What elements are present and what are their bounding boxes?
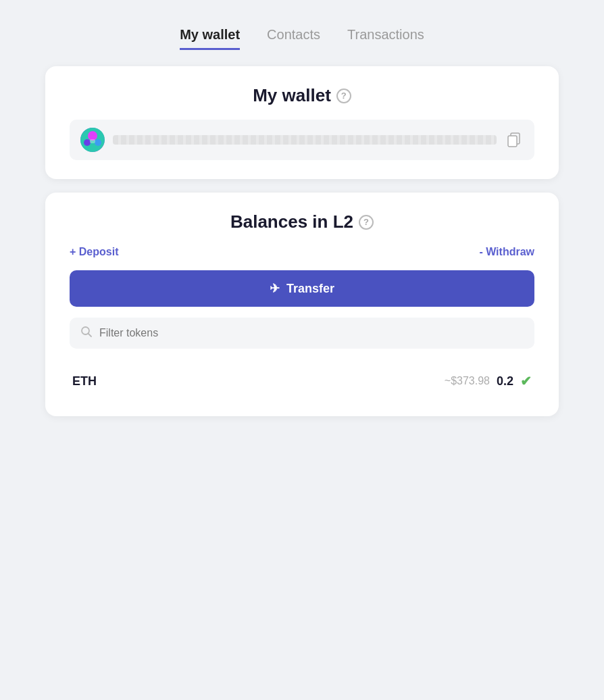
balances-help-icon[interactable]: ? bbox=[359, 215, 374, 230]
svg-line-8 bbox=[89, 334, 92, 337]
balances-title: Balances in L2 ? bbox=[70, 211, 534, 232]
svg-point-3 bbox=[95, 139, 101, 146]
tab-contacts[interactable]: Contacts bbox=[267, 27, 320, 50]
avatar bbox=[80, 128, 105, 152]
copy-icon[interactable] bbox=[505, 130, 524, 149]
tab-bar: My wallet Contacts Transactions bbox=[173, 27, 431, 50]
table-row: ETH ~$373.98 0.2 ✔ bbox=[70, 365, 534, 397]
svg-point-2 bbox=[84, 139, 91, 146]
filter-tokens-input[interactable] bbox=[99, 327, 524, 339]
my-wallet-card: My wallet ? bbox=[45, 66, 559, 179]
my-wallet-title-text: My wallet bbox=[253, 85, 331, 106]
token-usd-value: ~$373.98 bbox=[445, 375, 490, 387]
token-list: ETH ~$373.98 0.2 ✔ bbox=[70, 365, 534, 397]
balances-card: Balances in L2 ? + Deposit - Withdraw ✈ … bbox=[45, 193, 559, 416]
actions-row: + Deposit - Withdraw bbox=[70, 246, 534, 258]
token-amount: 0.2 bbox=[497, 374, 513, 389]
tab-transactions[interactable]: Transactions bbox=[347, 27, 424, 50]
svg-point-1 bbox=[88, 131, 97, 141]
my-wallet-title: My wallet ? bbox=[70, 85, 534, 106]
token-right: ~$373.98 0.2 ✔ bbox=[445, 373, 532, 389]
token-name: ETH bbox=[72, 374, 97, 389]
wallet-address-blurred bbox=[113, 135, 497, 145]
my-wallet-help-icon[interactable]: ? bbox=[336, 89, 351, 103]
send-icon: ✈ bbox=[270, 281, 280, 296]
transfer-button-label: Transfer bbox=[286, 282, 334, 296]
svg-rect-4 bbox=[90, 139, 95, 143]
balances-title-text: Balances in L2 bbox=[230, 211, 353, 232]
withdraw-link[interactable]: - Withdraw bbox=[479, 246, 534, 258]
svg-rect-6 bbox=[508, 136, 517, 147]
tab-my-wallet[interactable]: My wallet bbox=[180, 27, 240, 50]
filter-input-wrap bbox=[70, 318, 534, 349]
search-icon bbox=[80, 326, 93, 341]
app-container: My wallet Contacts Transactions My walle… bbox=[14, 14, 590, 700]
deposit-link[interactable]: + Deposit bbox=[70, 246, 118, 258]
wallet-address-row bbox=[70, 120, 534, 160]
transfer-button[interactable]: ✈ Transfer bbox=[70, 270, 534, 307]
verified-checkmark-icon: ✔ bbox=[520, 373, 532, 389]
